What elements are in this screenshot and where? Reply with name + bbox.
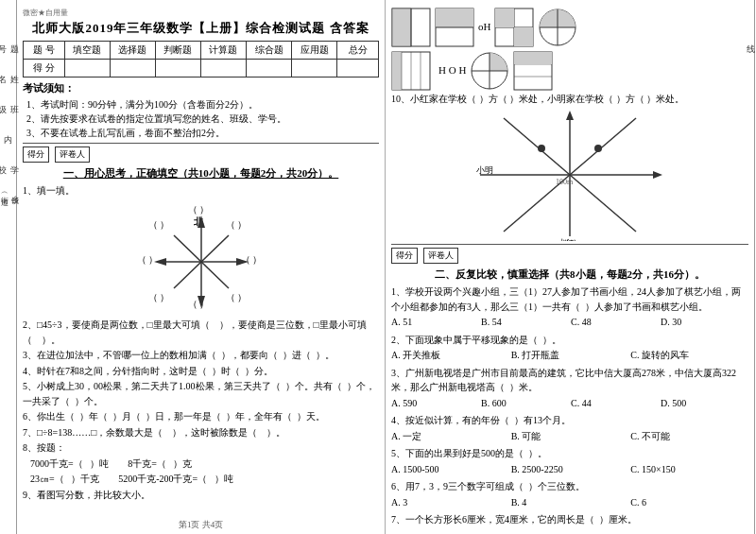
mc-questions: 1、学校开设两个兴趣小组，三（1）27人参加了书画小组，24人参加了棋艺小组，两… [391, 284, 748, 527]
sidebar-label-nei: 内 [2, 129, 14, 130]
divider-right [391, 244, 748, 245]
fraction-item-5 [391, 51, 431, 91]
notice-item-1: 1、考试时间：90分钟，满分为100分（含卷面分2分）。 [26, 97, 379, 112]
fraction-diagrams: oH [391, 8, 748, 47]
coord-diagram: 小红 小明 学校 100m [475, 109, 664, 241]
question-1: 1、填一填。 （ ） 北 （ ） （ ） （ ） [23, 183, 379, 315]
fraction-label-hoh: oH [478, 21, 490, 32]
svg-text:（ ）: （ ） [140, 254, 158, 265]
score-table-header-1: 填空题 [64, 42, 110, 60]
svg-text:学校: 学校 [562, 239, 577, 241]
fraction-svg-7 [513, 51, 553, 91]
q-item-9: 9、看图写分数，并比较大小。 [23, 488, 379, 503]
notice-item-2: 2、请先按要求在试卷的指定位置填写您的姓名、班级、学号。 [26, 112, 379, 126]
mc-q2-options: A. 开关推板 B. 打开瓶盖 C. 旋转的风车 [391, 348, 748, 363]
mc-item-1: 1、学校开设两个兴趣小组，三（1）27人参加了书画小组，24人参加了棋艺小组，两… [391, 284, 748, 330]
grader2-label1: 得分 [391, 248, 418, 264]
svg-rect-27 [514, 27, 533, 46]
coord-container: 小红 小明 学校 100m [391, 109, 748, 241]
grader-section: 得分 评卷人 [23, 146, 379, 163]
fraction-svg-6 [470, 51, 509, 91]
mc-item-3: 3、广州新电视塔是广州市目前最高的建筑，它比中信大厦高278米，中信大厦高322… [391, 366, 748, 411]
score-cell-5 [247, 60, 292, 78]
divider-1 [23, 143, 379, 144]
score-table-row-label: 得 分 [24, 60, 65, 78]
notice-item-3: 3、不要在试卷上乱写乱画，卷面不整治扣2分。 [26, 126, 379, 140]
part2-title: 二、反复比较，慎重选择（共8小题，每题2分，共16分）。 [391, 267, 748, 282]
page-footer: 第1页 共4页 [17, 519, 385, 531]
q-item-3: 3、在进位加法中，不管哪一位上的数相加满（ ），都要向（ ）进（ ）。 [23, 348, 379, 363]
mc-q1-options: A. 51 B. 54 C. 48 D. 30 [391, 315, 748, 330]
svg-rect-21 [436, 9, 473, 27]
grader2-label2: 评卷人 [423, 248, 458, 264]
mc-q5-options: A. 1500-500 B. 2500-2250 C. 150×150 [391, 462, 748, 477]
score-cell-1 [64, 60, 110, 78]
svg-text:（ ）: （ ） [147, 219, 169, 230]
svg-text:（ ）: （ ） [147, 292, 169, 302]
header-decoration: 微密★自用量 [23, 8, 379, 18]
fraction-diagrams-row2: H O H [391, 51, 748, 91]
q1-label: 1、填一填。 [23, 185, 75, 196]
svg-text:（ ）: （ ） [225, 219, 247, 230]
q-item-5: 5、小树成上30，00松果，第二天共了1.00松果，第三天共了（ ）个。共有（ … [23, 379, 379, 408]
mc-item-6: 6、用7，3，9三个数字可组成（ ）个三位数。 A. 3 B. 4 C. 6 [391, 479, 748, 509]
doc-title: 北师大版2019年三年级数学【上册】综合检测试题 含答案 [23, 20, 379, 37]
part1-title: 一、用心思考，正确填空（共10小题，每题2分，共20分）。 [23, 166, 379, 181]
mc-item-5: 5、下面的出果到好是500的是（ ）。 A. 1500-500 B. 2500-… [391, 446, 748, 476]
mc-q3-options: A. 590 B. 600 C. 44 D. 500 [391, 396, 748, 411]
right-sidebar-label: 装订线 [745, 38, 756, 40]
q-item-7: 7、□÷8=138……□，余数最大是（ ），这时被除数是（ ）。 [23, 425, 379, 440]
svg-text:（ ）: （ ） [187, 299, 209, 309]
svg-marker-48 [653, 171, 662, 179]
hoh-label-2: H O H [438, 64, 466, 76]
notice-title: 考试须知： [23, 81, 379, 95]
score-table-header-4: 计算题 [200, 42, 246, 60]
score-table-header-5: 综合题 [247, 42, 292, 60]
score-cell-2 [110, 60, 155, 78]
hoh-label: oH [478, 21, 490, 32]
svg-point-49 [594, 145, 602, 152]
sidebar-label-xiangzhen: 乡镇（街道） [0, 189, 19, 197]
score-table-header-0: 题 号 [24, 42, 65, 60]
score-table-header-2: 选择题 [110, 42, 155, 60]
fraction-item-1 [391, 8, 431, 47]
svg-text:小明: 小明 [476, 165, 493, 175]
left-column: 微密★自用量 北师大版2019年三年级数学【上册】综合检测试题 含答案 题 号 … [17, 0, 386, 534]
svg-point-50 [538, 145, 545, 152]
mc-q4-options: A. 一定 B. 可能 C. 不可能 [391, 429, 748, 444]
mc-q6-options: A. 3 B. 4 C. 6 [391, 495, 748, 510]
footer-text: 第1页 共4页 [179, 520, 223, 529]
score-table-header-7: 总分 [337, 42, 379, 60]
fraction-item-6 [470, 51, 509, 91]
mc-item-4: 4、按近似计算，有的年份（ ）有13个月。 A. 一定 B. 可能 C. 不可能 [391, 413, 748, 443]
fraction-item-3 [494, 8, 534, 47]
fraction-item-4 [538, 8, 577, 47]
score-cell-3 [155, 60, 200, 78]
svg-rect-18 [392, 9, 411, 46]
svg-rect-26 [495, 9, 514, 27]
svg-text:（ ）: （ ） [187, 204, 209, 215]
svg-text:100m: 100m [556, 178, 574, 186]
svg-rect-42 [514, 52, 552, 64]
svg-marker-47 [566, 111, 574, 120]
grader-section-2: 得分 评卷人 [391, 248, 748, 264]
question-10: 10、小红家在学校（ ）方（ ）米处，小明家在学校（ ）方（ ）米处。 [391, 93, 748, 106]
score-cell-7 [337, 60, 379, 78]
score-table: 题 号 填空题 选择题 判断题 计算题 综合题 应用题 总分 得 分 [23, 41, 379, 78]
fraction-svg-4 [538, 8, 577, 47]
q-item-8-a: 7000千克=（ ）吨 8千克=（ ）克 [30, 456, 379, 472]
grader-label2: 评卷人 [55, 146, 90, 163]
fraction-svg-1 [391, 8, 431, 47]
score-table-header-6: 应用题 [292, 42, 337, 60]
compass-diagram: （ ） 北 （ ） （ ） （ ） （ ） （ ） （ ） [140, 201, 263, 315]
score-table-header-3: 判断题 [155, 42, 200, 60]
q10-text: 10、小红家在学校（ ）方（ ）米处，小明家在学校（ ）方（ ）米处。 [391, 94, 684, 104]
page-container: 题号 姓名 班级 内 学校 乡镇（街道） 微密★自用量 北师大版2019年三年级… [0, 0, 756, 534]
q-item-2: 2、□45÷3，要使商是两位数，□里最大可填（ ），要使商是三位数，□里最小可填… [23, 318, 379, 347]
mc-q1-text: 1、学校开设两个兴趣小组，三（1）27人参加了书画小组，24人参加了棋艺小组，两… [391, 286, 741, 312]
right-column: oH [386, 0, 754, 534]
fraction-svg-5 [391, 51, 431, 91]
left-sidebar: 题号 姓名 班级 内 学校 乡镇（街道） [0, 0, 17, 534]
mc-item-2: 2、下面现象中属于平移现象的是（ ）。 A. 开关推板 B. 打开瓶盖 C. 旋… [391, 333, 748, 363]
svg-text:（ ）: （ ） [225, 292, 247, 302]
